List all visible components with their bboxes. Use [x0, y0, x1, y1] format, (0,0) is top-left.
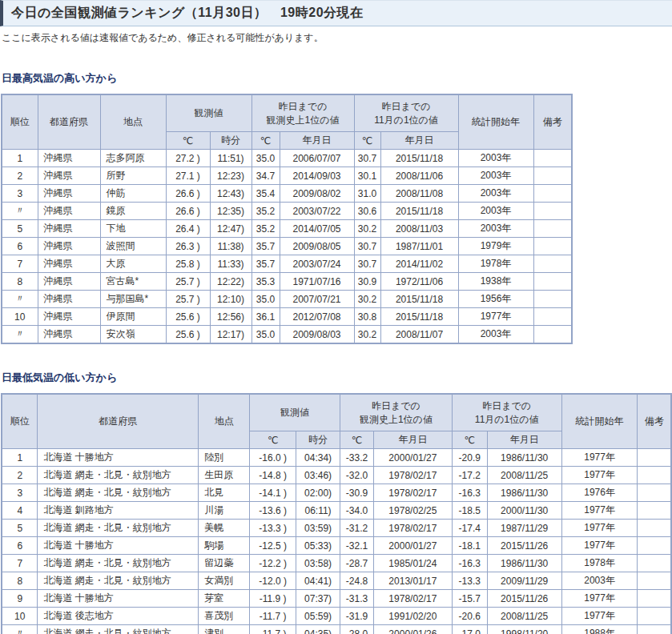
cell-station: 陸別 [199, 449, 250, 467]
col-header-november-record: 昨日までの11月の1位の値 [452, 394, 561, 431]
col-header-november-record: 昨日までの11月の1位の値 [354, 94, 458, 132]
col-subheader-celsius: ℃ [251, 132, 280, 150]
alltime-record-line1: 昨日までの [372, 400, 421, 411]
cell-obs-time: 04:34) [296, 449, 340, 467]
cell-nov-date: 2014/11/02 [380, 255, 458, 273]
cell-rec-temp: 35.7 [251, 238, 280, 255]
cell-start-year: 2003年 [458, 185, 533, 203]
cell-start-year: 2003年 [458, 326, 533, 344]
cell-rec-temp: -33.2 [340, 449, 374, 467]
cell-start-year: 1977年 [561, 608, 638, 625]
col-header-prefecture: 都道府県 [38, 394, 199, 449]
cell-nov-temp: -17.0 [452, 625, 487, 634]
cell-nov-temp: 31.0 [354, 185, 380, 203]
cell-obs-time: 12:23) [210, 167, 251, 185]
cell-rec-temp: -28.0 [340, 625, 374, 634]
cell-rec-date: 1991/02/20 [373, 608, 452, 625]
cell-rec-date: 2006/07/07 [280, 150, 354, 167]
cell-nov-temp: 30.2 [354, 220, 380, 238]
cell-start-year: 1977年 [561, 467, 638, 484]
table-row: 3沖縄県仲筋26.6 )12:43)35.42009/08/0231.02008… [2, 185, 572, 203]
cell-rec-date: 2012/07/08 [280, 308, 354, 326]
cell-remarks [638, 449, 671, 467]
cell-rank: 5 [2, 520, 38, 537]
cell-pref: 北海道 網走・北見・紋別地方 [38, 572, 199, 590]
col-header-station: 地点 [199, 394, 250, 449]
table-row: 1北海道 十勝地方陸別-16.0 )04:34)-33.22000/01/27-… [2, 449, 671, 467]
cell-start-year: 1977年 [561, 590, 638, 608]
cell-rec-date: 1971/07/16 [280, 273, 354, 291]
cell-nov-temp: -16.3 [452, 555, 487, 572]
cell-rec-date: 2000/01/26 [373, 625, 452, 634]
table-row: 4北海道 釧路地方川湯-13.6 )06:11)-34.01978/02/25-… [2, 502, 671, 520]
alltime-record-line2: 観測史上1位の値 [360, 414, 433, 425]
cell-pref: 沖縄県 [38, 220, 100, 238]
cell-rec-date: 2013/01/17 [373, 572, 452, 590]
col-subheader-celsius: ℃ [354, 132, 380, 150]
cell-pref: 沖縄県 [38, 203, 100, 220]
cell-pref: 沖縄県 [38, 308, 100, 326]
section-title: 日最高気温の高い方から [2, 71, 672, 86]
cell-rec-temp: 35.0 [251, 291, 280, 308]
cell-rec-temp: 35.2 [251, 220, 280, 238]
cell-pref: 北海道 後志地方 [38, 608, 199, 625]
cell-rec-date: 2009/08/03 [280, 326, 354, 344]
cell-nov-date: 2015/11/18 [380, 308, 458, 326]
table-row: 5沖縄県下地26.4 )12:47)35.22014/07/0530.22008… [2, 220, 572, 238]
cell-obs-temp: 26.6 ) [166, 185, 210, 203]
cell-remarks [533, 326, 572, 344]
cell-obs-time: 12:47) [210, 220, 251, 238]
cell-nov-date: 2015/11/18 [380, 150, 458, 167]
cell-nov-date: 2008/11/07 [380, 326, 458, 344]
cell-station: 志多阿原 [100, 150, 166, 167]
table-row: 10沖縄県伊原間25.6 )12:56)36.12012/07/0830.820… [2, 308, 572, 326]
cell-station: 女満別 [199, 572, 250, 590]
cell-pref: 沖縄県 [38, 273, 100, 291]
cell-rank: 5 [2, 220, 38, 238]
notice-text: ここに表示される値は速報値であるため、修正される可能性があります。 [2, 31, 672, 45]
cell-remarks [638, 520, 671, 537]
cell-nov-date: 2015/11/26 [487, 537, 561, 555]
cell-rec-date: 2000/01/27 [373, 449, 452, 467]
col-header-station: 地点 [100, 94, 166, 150]
cell-nov-date: 2008/11/25 [487, 467, 561, 484]
cell-start-year: 2003年 [561, 572, 638, 590]
col-header-remarks: 備考 [533, 94, 572, 150]
cell-remarks [533, 220, 572, 238]
table-row: 9北海道 十勝地方芽室-11.9 )07:37)-31.31978/02/17-… [2, 590, 671, 608]
cell-rank: 〃 [2, 203, 38, 220]
cell-obs-temp: -11.9 ) [250, 590, 296, 608]
cell-rec-temp: 34.7 [251, 167, 280, 185]
cell-pref: 北海道 十勝地方 [38, 449, 199, 467]
cell-remarks [638, 555, 671, 572]
col-header-alltime-record: 昨日までの観測史上1位の値 [340, 394, 453, 431]
col-header-remarks: 備考 [638, 394, 671, 449]
cell-start-year: 1938年 [458, 273, 533, 291]
cell-station: 北見 [199, 484, 250, 502]
cell-pref: 北海道 十勝地方 [38, 590, 199, 608]
cell-pref: 北海道 釧路地方 [38, 502, 199, 520]
cell-obs-temp: -13.6 ) [250, 502, 296, 520]
section-title: 日最低気温の低い方から [2, 371, 672, 385]
cell-station: 安次嶺 [100, 326, 166, 344]
cell-obs-time: 12:17) [210, 326, 251, 344]
cell-obs-time: 12:43) [210, 185, 251, 203]
cell-obs-time: 11:33) [210, 255, 251, 273]
cell-nov-temp: -18.5 [452, 502, 487, 520]
cell-rank: 3 [2, 185, 38, 203]
cell-remarks [638, 590, 671, 608]
cell-obs-time: 03:58) [296, 555, 340, 572]
table-row: 〃沖縄県鏡原26.6 )12:35)35.22003/07/2230.62015… [2, 203, 572, 220]
ranking-table: 順位都道府県地点観測値昨日までの観測史上1位の値昨日までの11月の1位の値統計開… [1, 94, 573, 344]
table-row: 2北海道 網走・北見・紋別地方生田原-14.8 )03:46)-32.01978… [2, 467, 671, 484]
cell-remarks [533, 255, 572, 273]
col-subheader-date: 年月日 [380, 132, 458, 150]
col-subheader-date: 年月日 [373, 431, 452, 449]
cell-rec-temp: -34.0 [340, 502, 374, 520]
cell-pref: 沖縄県 [38, 255, 100, 273]
cell-nov-temp: 30.7 [354, 238, 380, 255]
cell-pref: 沖縄県 [38, 238, 100, 255]
cell-nov-date: 2008/11/08 [380, 185, 458, 203]
cell-obs-time: 02:00) [296, 484, 340, 502]
col-subheader-time: 時分 [210, 132, 251, 150]
